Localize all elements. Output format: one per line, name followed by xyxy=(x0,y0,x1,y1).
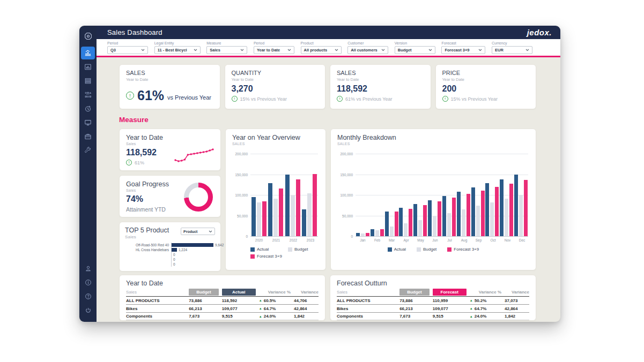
console-icon[interactable] xyxy=(81,144,95,157)
filter-label: Version xyxy=(395,41,435,45)
x-axis-label: Aug xyxy=(457,238,471,242)
up-triangle-icon: ▲ xyxy=(259,299,262,302)
top5-bar-row: 0 xyxy=(125,262,215,267)
x-axis-label: Jan xyxy=(356,238,370,242)
legend-item: Forecast 3+9 xyxy=(447,247,479,252)
kpi-delta-text: 61% vs Previous Year xyxy=(345,96,393,102)
user-icon[interactable] xyxy=(81,262,95,275)
y-axis-label: 0 xyxy=(232,235,248,238)
filter-legal-entity-select[interactable]: 11 - Best Bicycl xyxy=(154,46,201,54)
y-axis-label: 150,000 xyxy=(232,173,248,177)
top5-product-select[interactable]: Product xyxy=(181,228,215,235)
top5-bar-value: 9,642 xyxy=(215,243,224,247)
column-header-main: Actual xyxy=(222,289,256,296)
integrator-icon[interactable] xyxy=(81,116,95,129)
power-icon[interactable] xyxy=(81,304,95,316)
kpi-title: SALES xyxy=(337,70,424,76)
monthly-breakdown-chart-card: Monthly BreakdownSALES050,000100,000150,… xyxy=(330,129,536,270)
top5-bar-zone: 0 xyxy=(171,262,215,267)
row-variance-pct-value: 24.0% xyxy=(475,314,487,319)
top5-bar-value: 1,224 xyxy=(179,248,187,252)
row-variance-pct: ▲64.7% xyxy=(259,306,291,311)
table-row: Components7,6739,515▲24.0%1,842 xyxy=(126,312,319,320)
bar-budget xyxy=(447,213,451,236)
row-main: 110,959 xyxy=(433,298,467,303)
marketplace-icon[interactable] xyxy=(81,130,95,143)
bar-budget xyxy=(361,233,365,236)
filter-product-select[interactable]: All products xyxy=(301,46,342,54)
table-title: Year to Date xyxy=(126,280,319,287)
table-row: ALL PRODUCTS73,886118,592▲60.5%44,706 xyxy=(126,296,319,304)
info-icon[interactable] xyxy=(81,276,95,289)
help-icon[interactable] xyxy=(81,290,95,303)
bar-actual xyxy=(268,183,272,236)
filter-group-customer: CustomerAll customers xyxy=(347,41,388,54)
top5-bars: Off-Road-500 Red 409,642HL Cross Handleb… xyxy=(125,243,215,267)
bar-forecast-3-9 xyxy=(438,201,441,236)
kpi-delta: ↑15% vs Previous Year xyxy=(232,96,319,102)
up-arrow-icon: ↑ xyxy=(337,96,343,102)
x-axis-label: May xyxy=(413,238,428,242)
row-variance-pct: ▲64.7% xyxy=(470,306,501,311)
kpi-delta: ↑15% vs Previous Year xyxy=(442,96,530,102)
chevron-down-icon xyxy=(478,49,482,51)
bar-group xyxy=(251,154,267,236)
filter-currency-select[interactable]: EUR xyxy=(492,46,532,54)
filter-period-select[interactable]: Year to Date xyxy=(254,46,294,54)
x-axis-label: 2021 xyxy=(268,238,285,242)
up-triangle-icon: ▲ xyxy=(470,315,473,318)
bar-budget xyxy=(519,195,523,236)
goal-progress-card: Goal Progress Sales 74% Attainment YTD xyxy=(119,175,221,217)
kpi-delta: ↑61% vs Previous Year xyxy=(337,96,424,102)
row-variance: 44,706 xyxy=(294,298,319,303)
filter-measure-select[interactable]: Sales xyxy=(206,46,247,54)
bar-actual xyxy=(399,208,403,236)
up-arrow-icon: ↑ xyxy=(126,92,134,100)
row-name: Bikes xyxy=(126,306,186,311)
table-header: SalesBudgetForecastVariance %Variance xyxy=(337,288,529,296)
legend-item: Budget xyxy=(288,247,325,252)
x-axis-label: Nov xyxy=(500,238,515,242)
chevron-down-icon xyxy=(335,49,338,51)
chevron-down-icon xyxy=(428,49,432,51)
row-budget: 7,673 xyxy=(189,314,219,319)
top5-bar-zone: 0 xyxy=(171,252,215,257)
row-variance-pct: ▲24.0% xyxy=(259,314,291,319)
filter-group-measure: MeasureSales xyxy=(206,41,247,54)
kpi-card-sales: SALESYear to Date118,592↑61% vs Previous… xyxy=(330,64,431,109)
bar-budget xyxy=(490,202,494,236)
row-budget: 66,213 xyxy=(399,306,430,311)
kpi-value: 118,592 xyxy=(337,84,424,94)
filter-period-select[interactable]: Q3 xyxy=(107,46,148,54)
kpi-value: 61% xyxy=(137,88,164,103)
filter-label: Period xyxy=(254,41,294,45)
legend-swatch xyxy=(288,247,292,252)
app-window: Sales Dashboard jedox. PeriodQ3Legal Ent… xyxy=(79,26,560,322)
filter-forecast-select[interactable]: Forecast 3+9 xyxy=(441,46,485,54)
row-variance: 37,073 xyxy=(505,298,529,303)
column-header-variance-pct: Variance % xyxy=(470,290,501,295)
filter-label: Legal Entity xyxy=(154,41,201,45)
kpi-card-quantity: QUANTITYYear to Date3,270↑15% vs Previou… xyxy=(225,64,326,109)
list-icon[interactable] xyxy=(81,74,95,87)
table-row: Components7,6739,515▲24.0%1,842 xyxy=(337,312,529,320)
top5-bar-zone: 1,224 xyxy=(171,247,215,252)
designer-icon[interactable] xyxy=(81,61,95,73)
filter-version-select[interactable]: Budget xyxy=(395,46,435,54)
modeler-icon[interactable] xyxy=(81,88,95,101)
reports-icon[interactable] xyxy=(81,47,95,59)
y-axis-label: 100,000 xyxy=(232,193,248,197)
top5-bar-value: 0 xyxy=(173,258,175,261)
top5-bar-zone: 9,642 xyxy=(171,243,224,247)
filter-customer-select[interactable]: All customers xyxy=(347,46,388,54)
kpi-row: SALESYear to Date↑61%vs Previous YearQUA… xyxy=(119,64,536,109)
bar-group xyxy=(428,154,441,236)
bar-actual xyxy=(371,229,374,236)
bar-actual xyxy=(428,200,432,236)
filter-value: EUR xyxy=(495,48,504,52)
bar-actual xyxy=(457,192,461,236)
kpi-subtitle: Year to Date xyxy=(232,77,319,82)
scheduler-icon[interactable] xyxy=(81,102,95,115)
legend-label: Actual xyxy=(394,247,406,252)
kpi-title: PRICE xyxy=(442,70,530,76)
